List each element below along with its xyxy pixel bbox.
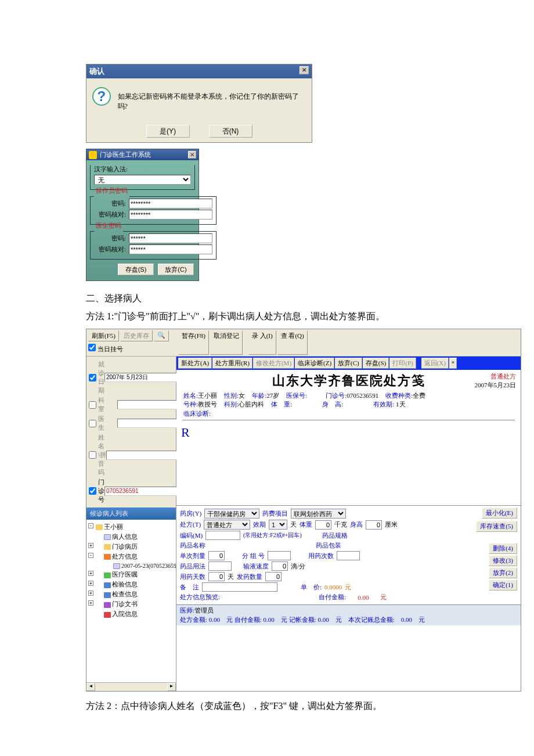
save-tmp-button[interactable]: 暂存(F8) <box>178 330 209 355</box>
reuse-rx-button[interactable]: 处方重用(R) <box>212 358 252 369</box>
rxtype-label: 处方(T) <box>180 520 201 529</box>
minimize-button[interactable]: 最小化(E) <box>482 507 517 519</box>
doc-password-input[interactable] <box>129 233 212 243</box>
cancel-button[interactable]: 放弃(C) <box>158 264 194 275</box>
name-label: 姓名\拼音码 <box>98 433 106 477</box>
input-button[interactable]: 录 入(I) <box>248 330 276 355</box>
name-checkbox[interactable] <box>89 451 96 459</box>
unitprice-value: 0.0000 <box>324 584 342 591</box>
collapse-icon[interactable]: - <box>88 553 93 558</box>
close-icon[interactable]: ✕ <box>188 151 196 159</box>
folder-icon <box>104 573 111 578</box>
refresh-button[interactable]: 刷新(F5) <box>88 330 119 341</box>
date-checkbox[interactable] <box>89 374 96 381</box>
visit-input[interactable] <box>104 487 182 496</box>
dept-checkbox[interactable] <box>89 401 96 409</box>
tree-item[interactable]: 入院信息 <box>112 610 138 617</box>
expand-icon[interactable]: + <box>88 571 93 576</box>
usage-input[interactable] <box>208 561 232 571</box>
valid-value: 1天 <box>396 401 406 408</box>
usage-label: 药品用法 <box>180 562 205 571</box>
op-password-input[interactable] <box>129 199 212 208</box>
pharmacy-select[interactable]: 干部保健药房 <box>204 509 259 519</box>
validdays-select[interactable]: 1 <box>269 520 287 530</box>
scroll-right-icon[interactable]: ► <box>167 683 176 691</box>
name-input[interactable] <box>106 451 183 460</box>
discard-button[interactable]: 放弃(2) <box>489 567 517 578</box>
tree-item[interactable]: 处方信息 <box>112 553 138 560</box>
tree-item[interactable]: 病人信息 <box>112 533 138 540</box>
ime-select[interactable]: 无 <box>94 175 191 185</box>
sex-label: 性别: <box>224 392 239 399</box>
rxtype-select[interactable]: 普通处方 <box>204 520 250 530</box>
drugname-label: 药品名称 <box>180 541 205 550</box>
tree-item[interactable]: 门诊病历 <box>112 543 138 550</box>
doctor-label: 医师: <box>180 607 194 614</box>
unit-label: 千克 <box>334 520 347 529</box>
confirm-message: 如果忘记新密码将不能登录本系统，你记住了你的新密码了吗? <box>118 87 306 111</box>
tree-item[interactable]: 医疗医嘱 <box>112 571 138 578</box>
tree-item[interactable]: 检查信息 <box>112 591 138 597</box>
code-label: 编码(M) <box>180 531 203 540</box>
stock-button[interactable]: 库存速查(5) <box>476 521 517 532</box>
expand-icon[interactable]: + <box>88 600 93 606</box>
modify-button[interactable]: 修改(3) <box>489 555 517 566</box>
hospital-title: 山东大学齐鲁医院处方笺 <box>182 372 515 390</box>
dx-button[interactable]: 临床诊断(Z) <box>295 358 334 369</box>
tree-item[interactable]: 门诊文书 <box>112 600 138 607</box>
group-input[interactable] <box>268 551 291 560</box>
dept-label: 科 室 <box>98 396 117 413</box>
print-button[interactable]: 打印(P) <box>389 358 416 369</box>
height-input[interactable] <box>366 520 382 530</box>
ok-button[interactable]: 确定(1) <box>489 579 517 591</box>
weight-input[interactable] <box>315 520 331 530</box>
close-icon[interactable]: ✕ <box>300 66 309 74</box>
view-button[interactable]: 查 看(Q) <box>277 330 308 355</box>
save-button[interactable]: 存盘(S) <box>363 358 389 369</box>
collapse-icon[interactable]: - <box>88 523 93 528</box>
dose-input[interactable] <box>208 551 225 560</box>
save-button[interactable]: 存盘(S) <box>118 264 154 275</box>
app-icon <box>89 151 97 159</box>
cancel-reg-button[interactable]: 取消登记 <box>210 330 243 355</box>
doc-icon <box>113 563 120 569</box>
h-scrollbar[interactable]: ◄ ► <box>86 682 176 691</box>
doc-password-confirm-input[interactable] <box>129 244 212 254</box>
folder-icon <box>104 544 111 550</box>
speed-input[interactable] <box>272 561 288 571</box>
lookup-button[interactable]: 🔍 <box>154 330 169 341</box>
patient-tree[interactable]: -王小丽 病人信息 +门诊病历 -处方信息 2007-05-23(0705236… <box>86 520 176 682</box>
freq-input[interactable] <box>337 551 360 560</box>
history-button[interactable]: 历史库存 <box>120 330 153 341</box>
yes-button[interactable]: 是(Y) <box>146 125 190 138</box>
date-label: 就诊日期 <box>98 360 104 395</box>
new-rx-button[interactable]: 新处方(A) <box>178 358 212 369</box>
expand-icon[interactable]: + <box>88 591 93 596</box>
expand-icon[interactable]: + <box>88 543 93 548</box>
delete-button[interactable]: 删除(4) <box>489 543 517 554</box>
visit-checkbox[interactable] <box>89 487 96 495</box>
scroll-left-icon[interactable]: ◄ <box>86 683 95 691</box>
op-password-confirm-input[interactable] <box>129 210 212 219</box>
code-input[interactable] <box>205 531 240 540</box>
note-input[interactable] <box>202 582 277 592</box>
no-button[interactable]: 否(N) <box>209 125 252 138</box>
tree-item[interactable]: 2007-05-23(0705236591) <box>121 563 176 569</box>
tree-item[interactable]: 检验信息 <box>112 581 138 588</box>
expand-icon[interactable]: + <box>88 581 93 586</box>
sex-value: 女 <box>239 392 245 399</box>
discard-button[interactable]: 放弃(C) <box>335 358 362 369</box>
date-input[interactable] <box>104 373 182 382</box>
doctor-checkbox[interactable] <box>89 420 96 427</box>
qty-input[interactable] <box>265 572 282 581</box>
tree-root[interactable]: 王小丽 <box>104 523 123 530</box>
back-button[interactable]: 返回(X) <box>421 358 449 369</box>
feeitem-select[interactable]: 联网划价西药 <box>291 509 346 519</box>
modify-rx-button[interactable]: 修改处方(M) <box>253 358 294 369</box>
name-label: 姓名: <box>183 392 198 399</box>
section-heading: 二、选择病人 <box>86 293 534 305</box>
days-input[interactable] <box>208 572 225 581</box>
more-icon[interactable]: » <box>449 358 457 369</box>
pw-confirm-label: 密码核对: <box>94 245 126 254</box>
today-checkbox[interactable] <box>88 344 96 351</box>
